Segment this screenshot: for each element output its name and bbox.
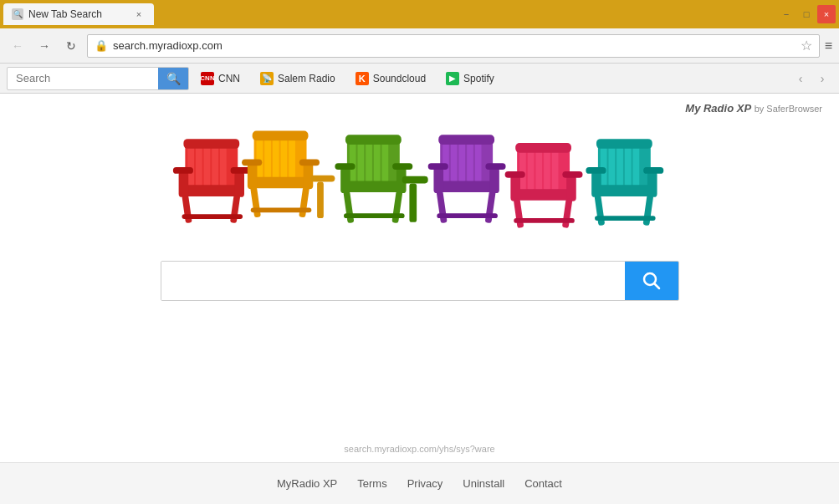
main-search-input[interactable]: [161, 262, 625, 300]
svg-rect-88: [647, 171, 657, 197]
svg-rect-46: [392, 163, 412, 170]
svg-rect-23: [247, 163, 257, 189]
svg-rect-78: [562, 171, 582, 178]
svg-rect-91: [595, 216, 656, 221]
bookmark-cnn[interactable]: CNN CNN: [192, 69, 248, 89]
bookmark-soundcloud-label: Soundcloud: [373, 73, 426, 84]
svg-rect-16: [256, 137, 263, 177]
svg-rect-8: [178, 171, 188, 197]
bookmarks-prev-arrow[interactable]: ‹: [790, 69, 811, 89]
svg-rect-34: [357, 141, 364, 181]
bookmark-spotify-label: Spotify: [463, 73, 494, 84]
bookmark-soundcloud[interactable]: K Soundcloud: [347, 69, 434, 89]
svg-rect-3: [203, 145, 210, 186]
main-search-button[interactable]: [625, 262, 678, 300]
svg-rect-18: [272, 137, 279, 177]
svg-rect-60: [484, 191, 495, 223]
svg-rect-12: [182, 214, 243, 219]
svg-rect-26: [299, 186, 310, 217]
forward-button[interactable]: →: [33, 35, 55, 57]
bookmark-salem-radio[interactable]: 📡 Salem Radio: [252, 69, 344, 89]
svg-rect-47: [402, 176, 427, 184]
svg-rect-42: [343, 191, 354, 223]
svg-rect-37: [381, 141, 388, 181]
svg-rect-4: [212, 145, 218, 186]
svg-rect-22: [249, 177, 308, 189]
bookmark-cnn-label: CNN: [218, 73, 240, 84]
browser-menu-icon[interactable]: ≡: [825, 38, 832, 53]
svg-rect-93: [643, 167, 663, 174]
svg-rect-21: [252, 131, 308, 141]
svg-rect-61: [437, 213, 498, 218]
svg-rect-74: [513, 198, 524, 228]
svg-rect-45: [335, 163, 355, 170]
svg-rect-11: [229, 195, 239, 224]
status-bar-text: search.myradioxp.com/yhs/sys?ware: [0, 444, 839, 454]
svg-rect-25: [250, 186, 261, 217]
footer-link-contact[interactable]: Contact: [524, 477, 562, 490]
main-search-container: [161, 261, 679, 301]
svg-rect-72: [510, 176, 520, 201]
footer-link-privacy[interactable]: Privacy: [407, 477, 443, 490]
svg-rect-89: [594, 195, 605, 226]
svg-rect-76: [514, 218, 575, 223]
chairs-illustration: [161, 119, 679, 244]
brand-line: My Radio XP by SaferBrowser: [685, 102, 822, 115]
browser-tab[interactable]: 🔍 New Tab Search ×: [3, 3, 154, 25]
footer-link-terms[interactable]: Terms: [357, 477, 386, 490]
svg-rect-10: [182, 195, 192, 224]
footer-link-uninstall[interactable]: Uninstall: [463, 477, 504, 490]
bookmark-star-icon[interactable]: ☆: [801, 38, 812, 53]
reload-button[interactable]: ↻: [60, 35, 82, 57]
brand-by: by SaferBrowser: [755, 104, 822, 114]
tab-title: New Tab Search: [28, 8, 102, 20]
svg-rect-31: [317, 181, 324, 218]
bookmarks-search-input[interactable]: [8, 68, 158, 89]
svg-rect-40: [340, 167, 350, 193]
soundcloud-icon: K: [356, 72, 369, 85]
svg-rect-70: [515, 143, 571, 153]
salem-radio-icon: 📡: [260, 72, 274, 85]
svg-rect-68: [544, 150, 550, 190]
svg-rect-24: [303, 163, 313, 189]
svg-rect-87: [591, 171, 601, 197]
close-button[interactable]: ×: [817, 5, 836, 23]
svg-rect-63: [485, 163, 505, 170]
svg-rect-20: [289, 137, 295, 177]
svg-rect-55: [438, 135, 494, 145]
minimize-button[interactable]: −: [777, 5, 796, 23]
tab-close-button[interactable]: ×: [132, 8, 146, 21]
svg-rect-44: [344, 213, 405, 218]
bookmarks-search-button[interactable]: 🔍: [158, 67, 188, 90]
svg-rect-82: [616, 145, 623, 186]
svg-rect-62: [427, 163, 448, 170]
footer-link-myradiox[interactable]: MyRadio XP: [277, 477, 337, 490]
svg-rect-38: [345, 135, 401, 145]
svg-rect-50: [443, 141, 449, 181]
svg-rect-84: [632, 145, 639, 186]
svg-rect-58: [489, 167, 499, 193]
svg-rect-67: [535, 150, 542, 190]
svg-rect-28: [242, 159, 262, 165]
tab-favicon: 🔍: [12, 8, 23, 20]
svg-rect-57: [433, 167, 443, 193]
back-button[interactable]: ←: [7, 35, 28, 57]
bookmarks-next-arrow[interactable]: ›: [812, 69, 832, 89]
address-bar[interactable]: 🔒 search.myradioxp.com ☆: [87, 34, 820, 58]
svg-rect-13: [172, 167, 192, 174]
bookmarks-bar: 🔍 CNN CNN 📡 Salem Radio K Soundcloud ▶ S…: [0, 64, 839, 94]
maximize-button[interactable]: □: [797, 5, 816, 23]
svg-rect-90: [642, 195, 653, 226]
svg-rect-33: [349, 141, 356, 181]
svg-rect-5: [219, 145, 226, 186]
svg-rect-48: [409, 183, 417, 221]
bookmarks-nav-arrows: ‹ ›: [790, 69, 832, 89]
bookmarks-search-box[interactable]: 🔍: [7, 67, 189, 90]
svg-rect-9: [234, 171, 244, 197]
svg-rect-2: [195, 145, 202, 186]
title-bar: 🔍 New Tab Search × − □ ×: [0, 0, 839, 28]
footer: MyRadio XP Terms Privacy Uninstall Conta…: [0, 462, 839, 504]
bookmark-spotify[interactable]: ▶ Spotify: [437, 69, 503, 89]
brand-name: My Radio XP: [685, 102, 751, 115]
svg-rect-39: [343, 181, 402, 193]
